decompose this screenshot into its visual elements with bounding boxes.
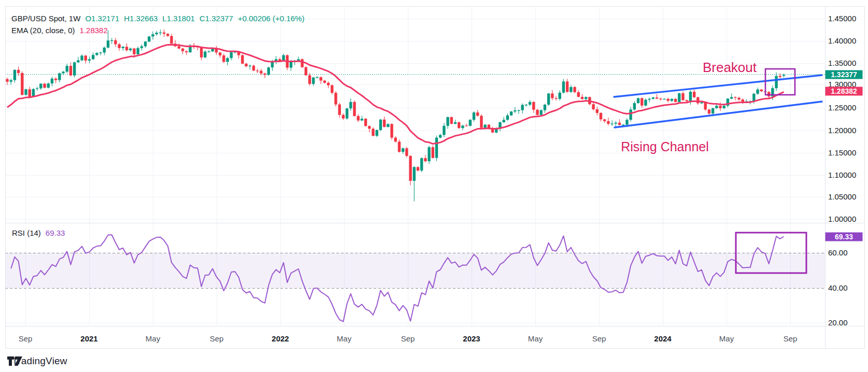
candle-body [84,55,87,60]
price-axis-label[interactable]: 1.20000 [828,126,856,135]
price-axis-label[interactable]: 1.05000 [828,192,856,201]
candle-body [73,62,76,75]
candle-body [596,109,599,113]
price-axis-label[interactable]: 1.45000 [828,14,856,23]
candle-body [678,93,680,102]
tradingview-watermark[interactable]: TradingView [7,355,67,367]
ema-label[interactable]: EMA (20, close, 0) [11,26,75,35]
candle-body [730,97,733,98]
candle-body [409,156,411,181]
rsi-axis-label[interactable]: 60.00 [828,248,848,257]
candle-body [644,100,647,106]
time-axis-label[interactable]: 2023 [463,334,480,343]
candle-body [181,49,184,51]
candle-body [88,59,91,61]
candle-body [696,97,699,104]
candle-body [577,92,580,97]
ohlc-low: L1.31801 [162,14,195,23]
candle-body [114,40,117,45]
time-axis-label[interactable]: 2024 [654,334,672,343]
time-axis-label[interactable]: May [719,334,734,343]
candle-body [570,87,572,92]
candle-body [312,78,315,84]
candle-body [674,99,677,102]
candle-body [346,108,348,118]
candle-body [413,167,416,181]
rsi-axis-label[interactable]: 20.00 [828,318,848,327]
candle-body [43,84,46,88]
time-axis-label[interactable]: Sep [401,334,415,343]
time-axis-label[interactable]: May [528,334,543,343]
candle-body [95,53,98,55]
candle-body [349,102,352,108]
candle-body [443,126,445,135]
candle-body [222,55,225,62]
candle-body [734,97,736,97]
time-axis-label[interactable]: May [146,334,161,343]
time-axis-label[interactable]: Sep [210,334,224,343]
candle-body [338,105,340,115]
chart-canvas[interactable]: BreakoutRising Channel1.450001.400001.35… [0,0,868,372]
candle-body [316,77,318,78]
candle-body [525,105,528,105]
candle-body [24,89,27,95]
candle-body [420,158,423,170]
candle-body [428,147,430,161]
ohlc-open: O1.32171 [85,14,119,23]
candle-body [364,119,367,126]
time-axis-label[interactable]: Sep [592,334,606,343]
price-axis-label[interactable]: 1.15000 [828,148,856,157]
candle-body [439,135,442,137]
candle-body [417,167,419,170]
candle-body [256,70,259,71]
candle-body [536,110,538,115]
candle-body [260,71,262,74]
candle-body [756,90,759,94]
candle-body [66,66,68,71]
candle-body [77,60,79,62]
time-axis-label[interactable]: Sep [784,334,798,343]
candle-body [47,83,50,88]
candle-body [308,75,311,84]
candle-body [554,98,557,99]
rsi-axis-label[interactable]: 40.00 [828,283,848,292]
candle-body [446,117,449,126]
candle-body [185,51,188,52]
time-axis-label[interactable]: 2022 [272,334,289,343]
price-axis-label[interactable]: 1.00000 [828,214,856,223]
legend-line-ema: EMA (20, close, 0)1.28382 [11,24,304,36]
time-axis-label[interactable]: Sep [19,334,33,343]
symbol-title[interactable]: GBP/USD Spot, 1W [11,14,80,23]
candle-body [271,62,274,67]
candle-body [122,47,124,48]
price-axis-label[interactable]: 1.10000 [828,170,856,179]
candle-body [129,49,132,50]
candle-body [125,47,128,50]
breakout-annotation[interactable]: Breakout [703,60,757,75]
candle-body [140,46,143,48]
candle-body [252,66,255,70]
candle-body [390,124,393,137]
ema-value-badge-text: 1.28382 [831,87,857,95]
price-axis-label[interactable]: 1.40000 [828,36,856,45]
candle-body [685,100,688,101]
candle-body [469,120,472,126]
change-value: +0.00206 (+0.16%) [238,14,304,23]
time-axis-label[interactable]: May [337,334,352,343]
candle-body [600,113,602,119]
candle-body [723,106,725,108]
ema-line[interactable] [7,45,784,144]
candle-body [92,55,94,59]
price-axis-label[interactable]: 1.35000 [828,59,856,67]
rising-channel-annotation[interactable]: Rising Channel [621,139,709,154]
time-axis-label[interactable]: 2021 [80,334,97,343]
candle-body [547,93,550,105]
rsi-label[interactable]: RSI (14) [12,228,41,237]
candle-body [357,116,360,121]
candle-body [267,67,270,75]
candle-body [17,70,20,73]
candle-body [637,98,639,103]
candle-body [581,97,584,99]
candle-body [80,55,83,60]
price-axis-label[interactable]: 1.25000 [828,103,856,112]
